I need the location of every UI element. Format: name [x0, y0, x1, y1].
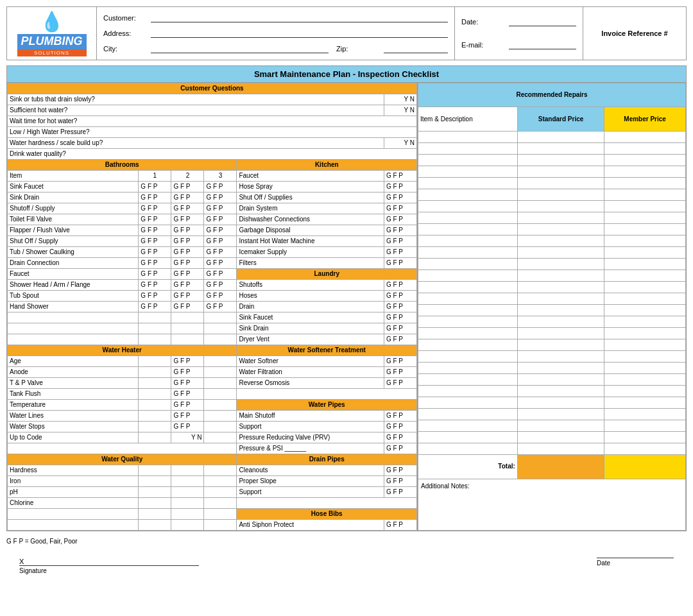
additional-notes-cell[interactable]: Additional Notes:	[418, 479, 686, 530]
rep-std-28[interactable]	[517, 443, 604, 455]
im-gfp[interactable]: G F P	[384, 246, 416, 257]
rep-std-24[interactable]	[517, 397, 604, 409]
rep-std-16[interactable]	[517, 305, 604, 316]
tsc-gfp-3[interactable]: G F P	[204, 246, 237, 257]
lsd-gfp[interactable]: G F P	[384, 323, 416, 334]
cq-yn-5[interactable]: Y N	[384, 137, 416, 148]
rep-mem-25[interactable]	[604, 409, 686, 420]
rep-desc-13[interactable]	[418, 270, 518, 282]
rep-mem-20[interactable]	[604, 351, 686, 363]
age-gfp[interactable]: G F P	[171, 355, 204, 366]
rep-desc-6[interactable]	[418, 189, 518, 201]
rep-mem-5[interactable]	[604, 178, 686, 189]
rep-mem-10[interactable]	[604, 235, 686, 247]
date-input[interactable]	[509, 17, 576, 26]
sha-gfp-1[interactable]: G F P	[139, 279, 171, 290]
rep-mem-6[interactable]	[604, 189, 686, 201]
rep-std-1[interactable]	[517, 132, 604, 143]
address-input[interactable]	[151, 29, 448, 38]
rep-std-12[interactable]	[517, 259, 604, 270]
fau-gfp-1[interactable]: G F P	[139, 268, 171, 279]
rep-std-10[interactable]	[517, 235, 604, 247]
sofs-gfp-3[interactable]: G F P	[204, 235, 237, 246]
wl-gfp[interactable]: G F P	[171, 410, 204, 421]
rep-std-4[interactable]	[517, 166, 604, 178]
wsw-gfp[interactable]: G F P	[384, 355, 416, 366]
sofs-gfp-2[interactable]: G F P	[171, 235, 204, 246]
sf-gfp-3[interactable]: G F P	[204, 181, 237, 192]
wst-gfp[interactable]: G F P	[171, 421, 204, 432]
rep-std-2[interactable]	[517, 143, 604, 155]
rep-std-22[interactable]	[517, 374, 604, 386]
rep-std-17[interactable]	[517, 316, 604, 328]
ppsi-gfp[interactable]: G F P	[384, 443, 416, 454]
rep-std-26[interactable]	[517, 420, 604, 432]
lsf-gfp[interactable]: G F P	[384, 312, 416, 323]
rep-desc-8[interactable]	[418, 212, 518, 224]
dc-gfp-1[interactable]: G F P	[139, 257, 171, 268]
rep-std-19[interactable]	[517, 339, 604, 351]
rep-mem-26[interactable]	[604, 420, 686, 432]
rep-std-11[interactable]	[517, 247, 604, 259]
rep-desc-10[interactable]	[418, 235, 518, 247]
tsc-gfp-2[interactable]: G F P	[171, 246, 204, 257]
rep-mem-3[interactable]	[604, 155, 686, 166]
rep-std-15[interactable]	[517, 293, 604, 305]
hs-gfp[interactable]: G F P	[384, 181, 416, 192]
rep-mem-28[interactable]	[604, 443, 686, 455]
shs-gfp-2[interactable]: G F P	[171, 203, 204, 214]
cq-yn-1[interactable]: Y N	[384, 94, 416, 105]
rep-mem-2[interactable]	[604, 143, 686, 155]
ms-gfp[interactable]: G F P	[384, 410, 416, 421]
temp-gfp[interactable]: G F P	[171, 399, 204, 410]
sd-gfp-2[interactable]: G F P	[171, 192, 204, 203]
rep-std-21[interactable]	[517, 363, 604, 374]
rep-std-8[interactable]	[517, 212, 604, 224]
fil-gfp[interactable]: G F P	[384, 257, 416, 268]
dps-gfp[interactable]: G F P	[384, 486, 416, 497]
rep-desc-26[interactable]	[418, 420, 518, 432]
ro-gfp[interactable]: G F P	[384, 377, 416, 388]
rep-desc-5[interactable]	[418, 178, 518, 189]
rep-desc-17[interactable]	[418, 316, 518, 328]
rep-mem-19[interactable]	[604, 339, 686, 351]
dc-gfp-3[interactable]: G F P	[204, 257, 237, 268]
an-gfp[interactable]: G F P	[171, 366, 204, 377]
rep-mem-17[interactable]	[604, 316, 686, 328]
rep-std-27[interactable]	[517, 432, 604, 443]
rep-desc-25[interactable]	[418, 409, 518, 420]
sd-gfp-3[interactable]: G F P	[204, 192, 237, 203]
total-member-value[interactable]	[604, 455, 686, 479]
rep-desc-4[interactable]	[418, 166, 518, 178]
tfv-gfp-1[interactable]: G F P	[139, 214, 171, 225]
rep-desc-12[interactable]	[418, 259, 518, 270]
customer-input[interactable]	[151, 13, 448, 22]
rep-std-20[interactable]	[517, 351, 604, 363]
rep-std-25[interactable]	[517, 409, 604, 420]
prv-gfp[interactable]: G F P	[384, 432, 416, 443]
rep-mem-27[interactable]	[604, 432, 686, 443]
email-input[interactable]	[509, 40, 576, 49]
rep-mem-9[interactable]	[604, 224, 686, 235]
rep-mem-13[interactable]	[604, 270, 686, 282]
ffv-gfp-2[interactable]: G F P	[171, 225, 204, 235]
rep-desc-3[interactable]	[418, 155, 518, 166]
rep-std-7[interactable]	[517, 201, 604, 212]
ldv-gfp[interactable]: G F P	[384, 334, 416, 345]
signature-line[interactable]	[19, 565, 199, 566]
sd-gfp-1[interactable]: G F P	[139, 192, 171, 203]
rep-desc-15[interactable]	[418, 293, 518, 305]
sha-gfp-3[interactable]: G F P	[204, 279, 237, 290]
rep-std-5[interactable]	[517, 178, 604, 189]
rep-mem-4[interactable]	[604, 166, 686, 178]
utc-yn[interactable]: Y N	[171, 432, 204, 443]
fau-gfp-3[interactable]: G F P	[204, 268, 237, 279]
rep-mem-12[interactable]	[604, 259, 686, 270]
rep-std-9[interactable]	[517, 224, 604, 235]
tp-gfp[interactable]: G F P	[171, 377, 204, 388]
date-line[interactable]	[597, 558, 674, 558]
fau-gfp-2[interactable]: G F P	[171, 268, 204, 279]
rep-desc-14[interactable]	[418, 282, 518, 293]
cq-yn-2[interactable]: Y N	[384, 105, 416, 116]
sf-gfp-2[interactable]: G F P	[171, 181, 204, 192]
